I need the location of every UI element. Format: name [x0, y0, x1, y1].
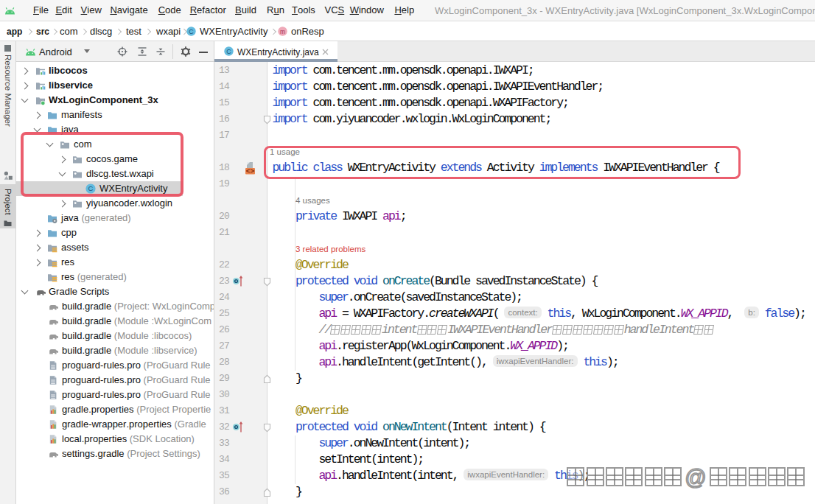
svg-text:C: C — [189, 28, 194, 35]
svg-text:C: C — [226, 48, 231, 55]
svg-text:<>: <> — [246, 167, 255, 175]
svg-text:m: m — [280, 28, 285, 35]
